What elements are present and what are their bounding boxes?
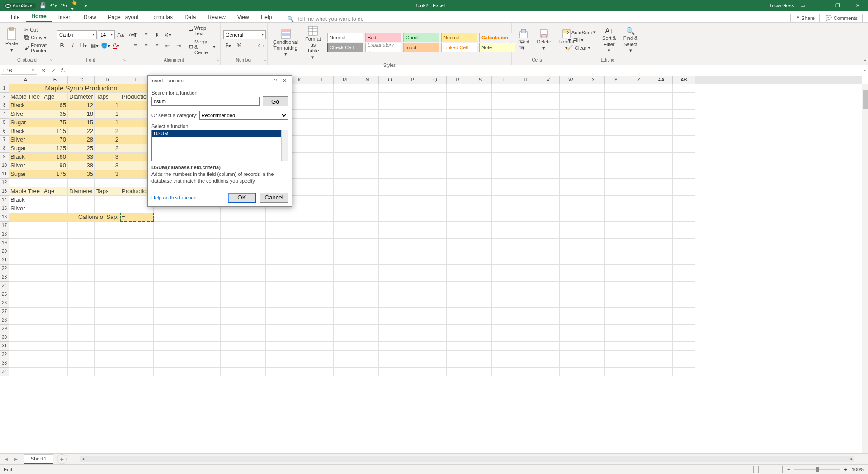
cell[interactable]	[492, 136, 514, 144]
cell[interactable]	[605, 153, 627, 161]
cell[interactable]	[447, 256, 469, 265]
cell[interactable]	[379, 273, 401, 282]
cell[interactable]	[198, 325, 221, 333]
cell[interactable]	[379, 282, 401, 290]
cell[interactable]	[356, 204, 379, 213]
cell[interactable]	[424, 325, 447, 333]
cell[interactable]	[198, 333, 221, 342]
cell[interactable]	[266, 290, 288, 299]
cell[interactable]	[605, 239, 627, 247]
cell[interactable]: 33	[68, 153, 95, 161]
cell[interactable]	[221, 368, 243, 376]
cell[interactable]	[266, 222, 288, 230]
cell[interactable]	[334, 144, 356, 153]
tab-formulas[interactable]: Formulas	[145, 12, 178, 22]
cell[interactable]	[447, 299, 469, 308]
cell[interactable]	[469, 282, 492, 290]
collapse-ribbon-icon[interactable]: ˄	[864, 59, 866, 64]
decrease-indent-icon[interactable]: ⇤	[163, 41, 173, 50]
number-format-select[interactable]	[223, 30, 259, 39]
cell[interactable]	[379, 213, 401, 222]
cell[interactable]	[627, 368, 650, 376]
cell[interactable]	[154, 308, 198, 316]
cell[interactable]	[9, 239, 42, 247]
cell[interactable]	[401, 273, 424, 282]
cell[interactable]	[424, 213, 447, 222]
cell[interactable]	[288, 239, 311, 247]
cell[interactable]	[401, 342, 424, 351]
cell[interactable]	[447, 247, 469, 256]
row-header[interactable]: 24	[0, 282, 9, 290]
cell[interactable]	[673, 84, 695, 93]
cell[interactable]	[311, 93, 334, 101]
cell[interactable]: 125	[42, 144, 68, 153]
cell[interactable]	[68, 359, 95, 368]
cell[interactable]	[537, 256, 560, 265]
row-header[interactable]: 2	[0, 93, 9, 101]
cell[interactable]	[673, 256, 695, 265]
row-header[interactable]: 26	[0, 299, 9, 308]
paste-button[interactable]: Paste▾	[3, 26, 21, 53]
cell[interactable]	[469, 230, 492, 239]
cell[interactable]	[673, 144, 695, 153]
cell[interactable]	[514, 136, 537, 144]
cell[interactable]	[311, 342, 334, 351]
cell[interactable]	[514, 273, 537, 282]
cell[interactable]	[514, 118, 537, 127]
cell[interactable]	[311, 265, 334, 273]
cell[interactable]	[401, 187, 424, 196]
cell[interactable]: 25	[68, 144, 95, 153]
bold-icon[interactable]: B	[57, 41, 67, 50]
cell[interactable]	[198, 282, 221, 290]
copy-button[interactable]: ⿻ Copy ▾	[23, 34, 51, 41]
row-headers[interactable]: 1234567891011121314151617181920212223242…	[0, 84, 9, 453]
cell[interactable]: 35	[68, 170, 95, 179]
cell[interactable]	[627, 118, 650, 127]
cell[interactable]	[469, 290, 492, 299]
cell[interactable]: 2	[95, 127, 120, 136]
cell[interactable]	[379, 325, 401, 333]
cell[interactable]	[356, 325, 379, 333]
cell[interactable]	[311, 239, 334, 247]
cell[interactable]	[582, 368, 605, 376]
cell[interactable]	[560, 127, 582, 136]
tab-home[interactable]: Home	[26, 11, 52, 22]
cell[interactable]	[356, 316, 379, 325]
cell[interactable]	[605, 222, 627, 230]
cell[interactable]	[154, 351, 198, 359]
cell[interactable]	[627, 93, 650, 101]
comma-format-icon[interactable]: ,	[245, 41, 255, 50]
cell[interactable]	[605, 333, 627, 342]
cell[interactable]	[266, 299, 288, 308]
cell[interactable]	[627, 282, 650, 290]
column-header[interactable]: R	[447, 76, 469, 84]
cell[interactable]	[120, 256, 154, 265]
cell[interactable]	[356, 84, 379, 93]
cell[interactable]: 175	[42, 170, 68, 179]
vertical-scrollbar[interactable]	[862, 84, 868, 453]
cell[interactable]	[424, 84, 447, 93]
cell[interactable]	[311, 187, 334, 196]
cell[interactable]	[9, 308, 42, 316]
cell[interactable]: 22	[68, 127, 95, 136]
cell[interactable]	[266, 273, 288, 282]
increase-font-icon[interactable]: A▴	[116, 30, 126, 39]
cell[interactable]	[334, 93, 356, 101]
column-header[interactable]: U	[514, 76, 537, 84]
cell[interactable]	[605, 127, 627, 136]
cell[interactable]	[266, 351, 288, 359]
cell[interactable]	[356, 222, 379, 230]
cell[interactable]	[356, 368, 379, 376]
cell[interactable]	[605, 110, 627, 118]
cell[interactable]	[650, 170, 673, 179]
cell[interactable]	[469, 161, 492, 170]
cell[interactable]	[42, 299, 68, 308]
style-good[interactable]: Good	[403, 33, 439, 42]
cell[interactable]	[560, 308, 582, 316]
cell[interactable]	[424, 239, 447, 247]
name-box[interactable]: E16▼	[1, 66, 37, 75]
cell[interactable]	[311, 153, 334, 161]
tab-draw[interactable]: Draw	[78, 12, 102, 22]
cell[interactable]	[605, 342, 627, 351]
cell[interactable]: Diameter	[68, 93, 95, 101]
